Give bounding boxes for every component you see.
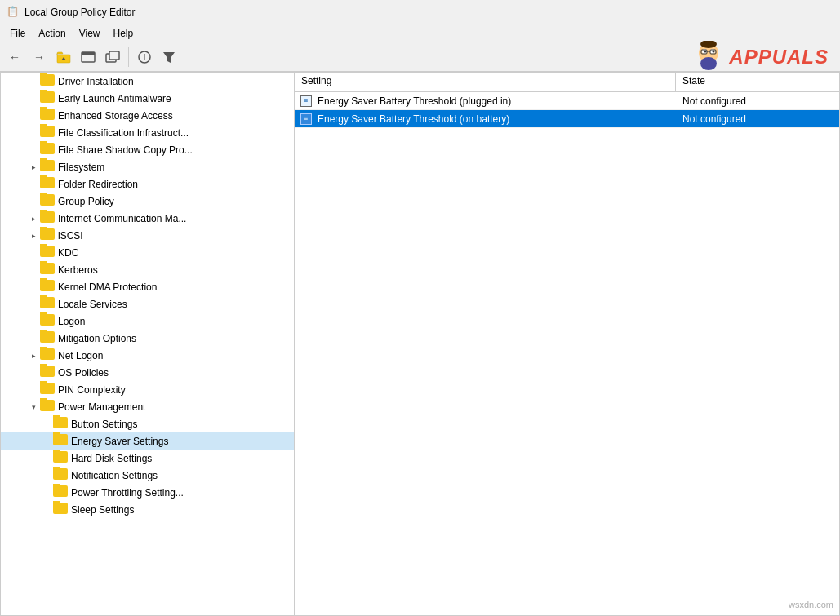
folder-icon-power-management bbox=[40, 400, 58, 414]
expand-icon-power-management[interactable]: ▾ bbox=[27, 401, 40, 414]
expand-icon-folder-redirection bbox=[27, 178, 40, 191]
expand-icon-file-share-shadow bbox=[27, 144, 40, 157]
tree-content[interactable]: Driver InstallationEarly Launch Antimalw… bbox=[1, 73, 294, 615]
tree-panel: Driver InstallationEarly Launch Antimalw… bbox=[1, 73, 295, 615]
filter-button[interactable] bbox=[158, 46, 180, 69]
folder-icon-kernel-dma bbox=[40, 280, 58, 294]
settings-row-row-battery[interactable]: ≡Energy Saver Battery Threshold (on batt… bbox=[295, 110, 839, 128]
forward-button[interactable]: → bbox=[28, 46, 51, 69]
tree-item-net-logon[interactable]: ▸Net Logon bbox=[1, 347, 294, 364]
svg-point-10 bbox=[700, 57, 717, 70]
appuals-character-icon bbox=[688, 41, 729, 73]
expand-icon-iscsi[interactable]: ▸ bbox=[27, 229, 40, 242]
properties-button[interactable]: i bbox=[133, 46, 156, 69]
expand-icon-net-logon[interactable]: ▸ bbox=[27, 349, 40, 362]
expand-icon-button-settings bbox=[40, 418, 53, 431]
expand-icon-filesystem[interactable]: ▸ bbox=[27, 161, 40, 174]
tree-item-enhanced-storage[interactable]: Enhanced Storage Access bbox=[1, 107, 294, 124]
tree-item-early-launch[interactable]: Early Launch Antimalware bbox=[1, 90, 294, 107]
watermark: wsxdn.com bbox=[789, 600, 833, 609]
menu-action[interactable]: Action bbox=[32, 26, 72, 41]
folder-icon-button-settings bbox=[53, 417, 71, 431]
folder-icon-file-share-shadow bbox=[40, 143, 58, 157]
settings-body[interactable]: ≡Energy Saver Battery Threshold (plugged… bbox=[295, 92, 839, 615]
expand-icon-hard-disk-settings bbox=[40, 452, 53, 465]
tree-item-os-policies[interactable]: OS Policies bbox=[1, 364, 294, 381]
folder-icon-kerberos bbox=[40, 263, 58, 277]
tree-item-folder-redirection[interactable]: Folder Redirection bbox=[1, 175, 294, 193]
expand-icon-mitigation-options bbox=[27, 332, 40, 345]
tree-item-label-driver-installation: Driver Installation bbox=[58, 76, 134, 87]
app-title: Local Group Policy Editor bbox=[24, 7, 135, 18]
new-window-button[interactable] bbox=[101, 46, 124, 69]
tree-item-label-file-share-shadow: File Share Shadow Copy Pro... bbox=[58, 144, 193, 156]
menu-help[interactable]: Help bbox=[107, 26, 140, 41]
expand-icon-power-throttling bbox=[40, 486, 53, 499]
tree-item-label-group-policy: Group Policy bbox=[58, 196, 114, 207]
back-button[interactable]: ← bbox=[3, 46, 26, 69]
folder-icon-iscsi bbox=[40, 228, 58, 242]
tree-item-logon[interactable]: Logon bbox=[1, 312, 294, 330]
settings-row-row-plugged[interactable]: ≡Energy Saver Battery Threshold (plugged… bbox=[295, 92, 839, 110]
right-panel: Setting State ≡Energy Saver Battery Thre… bbox=[295, 73, 839, 615]
tree-item-kernel-dma[interactable]: Kernel DMA Protection bbox=[1, 278, 294, 295]
settings-row-state-row-plugged: Not configured bbox=[676, 94, 839, 109]
folder-icon-mitigation-options bbox=[40, 331, 58, 345]
app-icon: 📋 bbox=[7, 6, 20, 19]
tree-item-file-classification[interactable]: File Classification Infrastruct... bbox=[1, 124, 294, 141]
tree-item-kdc[interactable]: KDC bbox=[1, 244, 294, 261]
svg-text:i: i bbox=[144, 53, 146, 62]
tree-item-kerberos[interactable]: Kerberos bbox=[1, 261, 294, 278]
expand-icon-enhanced-storage bbox=[27, 109, 40, 122]
folder-icon-early-launch bbox=[40, 91, 58, 105]
tree-item-iscsi[interactable]: ▸iSCSI bbox=[1, 227, 294, 244]
tree-item-file-share-shadow[interactable]: File Share Shadow Copy Pro... bbox=[1, 141, 294, 158]
main-content: Driver InstallationEarly Launch Antimalw… bbox=[0, 72, 840, 616]
menu-file[interactable]: File bbox=[3, 26, 32, 41]
tree-item-label-kernel-dma: Kernel DMA Protection bbox=[58, 281, 157, 293]
tree-item-locale-services[interactable]: Locale Services bbox=[1, 295, 294, 312]
tree-item-label-file-classification: File Classification Infrastruct... bbox=[58, 127, 189, 139]
tree-item-notification-settings[interactable]: Notification Settings bbox=[1, 467, 294, 484]
tree-item-group-policy[interactable]: Group Policy bbox=[1, 193, 294, 210]
expand-icon-file-classification bbox=[27, 126, 40, 140]
properties-icon: i bbox=[137, 50, 152, 64]
title-bar: 📋 Local Group Policy Editor bbox=[0, 0, 840, 24]
settings-row-state-row-battery: Not configured bbox=[676, 112, 839, 126]
tree-item-filesystem[interactable]: ▸Filesystem bbox=[1, 158, 294, 175]
folder-icon-os-policies bbox=[40, 366, 58, 379]
tree-item-button-settings[interactable]: Button Settings bbox=[1, 415, 294, 432]
tree-item-label-internet-communication: Internet Communication Ma... bbox=[58, 213, 186, 224]
tree-item-power-management[interactable]: ▾Power Management bbox=[1, 398, 294, 415]
tree-item-energy-saver-settings[interactable]: Energy Saver Settings bbox=[1, 432, 294, 450]
svg-rect-3 bbox=[82, 52, 95, 55]
folder-icon-kdc bbox=[40, 246, 58, 259]
settings-row-name-row-battery: Energy Saver Battery Threshold (on batte… bbox=[314, 112, 676, 126]
console-icon bbox=[81, 50, 96, 64]
tree-item-mitigation-options[interactable]: Mitigation Options bbox=[1, 330, 294, 347]
tree-item-label-iscsi: iSCSI bbox=[58, 230, 83, 242]
up-folder-button[interactable] bbox=[52, 46, 75, 69]
svg-point-14 bbox=[713, 50, 715, 52]
folder-icon-logon bbox=[40, 314, 58, 328]
tree-item-label-pin-complexity: PIN Complexity bbox=[58, 384, 126, 396]
up-folder-icon bbox=[56, 50, 71, 64]
expand-icon-early-launch bbox=[27, 92, 40, 105]
tree-item-internet-communication[interactable]: ▸Internet Communication Ma... bbox=[1, 210, 294, 227]
expand-icon-internet-communication[interactable]: ▸ bbox=[27, 212, 40, 225]
tree-item-label-power-management: Power Management bbox=[58, 401, 145, 413]
folder-icon-filesystem bbox=[40, 160, 58, 174]
menu-view[interactable]: View bbox=[73, 26, 107, 41]
tree-item-pin-complexity[interactable]: PIN Complexity bbox=[1, 381, 294, 398]
tree-item-sleep-settings[interactable]: Sleep Settings bbox=[1, 501, 294, 518]
show-hide-console-button[interactable] bbox=[77, 46, 100, 69]
expand-icon-notification-settings bbox=[40, 469, 53, 482]
folder-icon-notification-settings bbox=[53, 468, 71, 482]
tree-item-label-os-policies: OS Policies bbox=[58, 367, 109, 379]
expand-icon-energy-saver-settings bbox=[40, 435, 53, 448]
folder-icon-group-policy bbox=[40, 194, 58, 208]
tree-item-hard-disk-settings[interactable]: Hard Disk Settings bbox=[1, 450, 294, 467]
tree-item-power-throttling[interactable]: Power Throttling Setting... bbox=[1, 484, 294, 501]
setting-col-header: Setting bbox=[295, 73, 676, 91]
tree-item-driver-installation[interactable]: Driver Installation bbox=[1, 73, 294, 90]
